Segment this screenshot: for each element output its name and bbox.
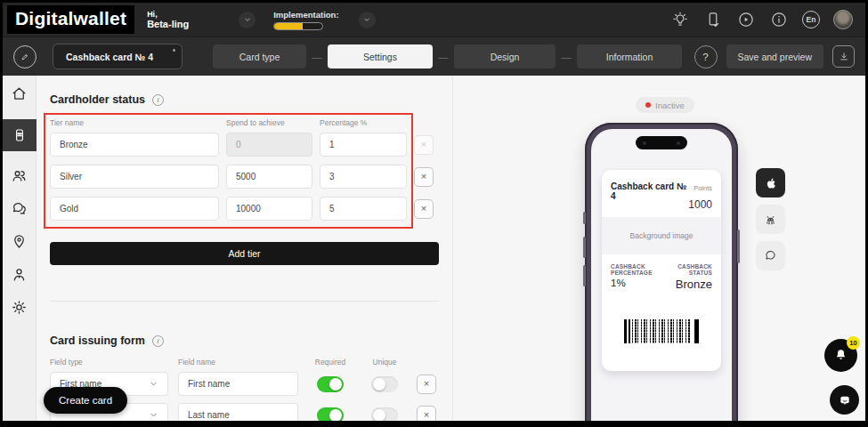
card-issuing-form-title: Card issuing form i xyxy=(50,334,439,347)
platform-chat-button[interactable] xyxy=(756,241,785,270)
remove-tier-button[interactable]: × xyxy=(414,199,434,219)
wallet-card-header: Cashback card № 4 Points 1000 xyxy=(602,170,721,217)
required-toggle[interactable] xyxy=(317,376,344,392)
unique-toggle[interactable] xyxy=(371,407,398,422)
remove-tier-button[interactable]: × xyxy=(414,167,434,187)
tier-name-input[interactable]: Silver xyxy=(50,165,219,189)
implementation-dropdown-button[interactable] xyxy=(359,12,376,28)
tier-row: Silver 5000 3 × xyxy=(50,165,435,189)
save-and-preview-button[interactable]: Save and preview xyxy=(726,44,823,68)
remove-field-button[interactable]: × xyxy=(417,375,436,394)
tips-button[interactable] xyxy=(670,10,690,29)
greeting-hi: Hi, xyxy=(147,10,189,19)
tab-information[interactable]: Information xyxy=(577,44,682,68)
card-toolbar: Cashback card № 4 Card type — Settings —… xyxy=(3,36,865,76)
tier-spend-input: 0* xyxy=(226,133,312,157)
apple-icon xyxy=(764,176,778,190)
field-name-input[interactable]: First name xyxy=(178,372,298,396)
tier-percentage-input[interactable]: 3 xyxy=(320,165,407,189)
users-icon xyxy=(11,167,28,184)
support-chat-button[interactable] xyxy=(830,385,859,415)
topbar: Digitalwallet Hi, Beta-ling Implementati… xyxy=(3,3,865,36)
notifications-button[interactable]: 10 xyxy=(824,339,857,372)
help-button[interactable]: ? xyxy=(694,45,718,68)
points-value: 1000 xyxy=(688,198,712,211)
person-icon xyxy=(11,266,28,283)
toggle-knob xyxy=(373,409,385,422)
field-name-input[interactable]: Last name xyxy=(178,403,298,421)
create-card-button[interactable]: Create card xyxy=(44,387,127,414)
cashback-status-label: CASHBACK STATUS xyxy=(669,263,712,276)
messenger-icon xyxy=(838,393,852,407)
sidebar-item-messages[interactable] xyxy=(11,199,28,217)
device-check-button[interactable] xyxy=(703,10,723,29)
greeting-username: Beta-ling xyxy=(147,19,189,30)
tier-name-input[interactable]: Bronze* xyxy=(50,133,219,157)
home-icon xyxy=(11,85,28,102)
device-check-icon xyxy=(704,11,722,28)
tier-name-input[interactable]: Gold xyxy=(50,197,219,221)
content-area: Cardholder status i Tier name Spend to a… xyxy=(3,76,865,421)
step-separator: — xyxy=(556,52,577,62)
tier-percentage-input[interactable]: 5 xyxy=(320,197,407,221)
tier-percentage-input[interactable]: 1* xyxy=(320,133,407,157)
cashback-percentage-block: CASHBACK PERCENTAGE 1% xyxy=(611,263,669,291)
greeting-dropdown-button[interactable] xyxy=(239,12,256,28)
wallet-card-title: Cashback card № 4 xyxy=(611,177,688,201)
tier-row: Gold 10000 5 × xyxy=(50,197,435,221)
tier-spend-input[interactable]: 10000 xyxy=(226,197,312,221)
platform-android-button[interactable] xyxy=(756,205,785,234)
tier-table-header: Tier name Spend to achieve Percentage % xyxy=(50,118,435,133)
tier-row: Bronze* 0* 1* × xyxy=(50,133,435,157)
phone-power-button xyxy=(737,230,740,263)
tab-card-type[interactable]: Card type xyxy=(213,44,306,68)
remove-field-button[interactable]: × xyxy=(417,406,436,422)
sidebar-item-home[interactable] xyxy=(11,85,28,102)
sidebar-item-locations[interactable] xyxy=(11,232,28,250)
section-title-text: Card issuing form xyxy=(50,334,145,347)
tier-spend-input[interactable]: 5000 xyxy=(226,165,312,189)
cashback-status-block: CASHBACK STATUS Bronze xyxy=(669,263,712,291)
tier-name-value: Gold xyxy=(60,204,78,214)
cashback-percentage-value: 1% xyxy=(611,278,669,288)
location-pin-icon xyxy=(11,233,28,250)
tab-design[interactable]: Design xyxy=(454,44,556,68)
sidebar-item-settings[interactable] xyxy=(11,298,28,316)
info-button[interactable] xyxy=(769,10,789,29)
phone-mockup: Cashback card № 4 Points 1000 Background… xyxy=(585,123,738,421)
phone-screen: Cashback card № 4 Points 1000 Background… xyxy=(591,129,732,421)
user-avatar-button[interactable] xyxy=(833,10,853,29)
col-tier-name: Tier name xyxy=(50,118,219,127)
implementation-progress-fill xyxy=(274,23,302,29)
language-switcher[interactable]: En xyxy=(802,11,820,28)
col-field-name: Field name xyxy=(178,358,298,367)
col-spend: Spend to achieve xyxy=(226,118,312,127)
wallet-card-preview: Cashback card № 4 Points 1000 Background… xyxy=(602,170,721,371)
sidebar-item-cards[interactable] xyxy=(3,119,37,151)
platform-apple-button[interactable] xyxy=(756,168,785,197)
sidebar-item-profile[interactable] xyxy=(11,265,28,283)
section-title-text: Cardholder status xyxy=(50,93,145,106)
add-tier-button[interactable]: Add tier xyxy=(50,242,439,265)
edit-card-name-button[interactable] xyxy=(13,45,37,68)
tier-name-value: Silver xyxy=(60,172,82,181)
card-name-tab[interactable]: Cashback card № 4 xyxy=(53,44,183,69)
toggle-knob xyxy=(373,378,385,391)
tab-settings[interactable]: Settings xyxy=(328,44,433,68)
sidebar-item-customers[interactable] xyxy=(11,166,28,184)
cashback-status-value: Bronze xyxy=(669,278,712,291)
toggle-knob xyxy=(329,409,342,422)
tutorial-video-button[interactable] xyxy=(736,10,756,29)
app-window: Digitalwallet Hi, Beta-ling Implementati… xyxy=(0,0,868,427)
info-tooltip-icon[interactable]: i xyxy=(152,335,164,347)
chevron-down-icon xyxy=(243,15,252,24)
tier-spend-value: 0 xyxy=(236,140,241,149)
status-badge: Inactive xyxy=(636,97,694,113)
bell-icon xyxy=(833,348,848,363)
info-tooltip-icon[interactable]: i xyxy=(152,94,164,106)
cardholder-status-title: Cardholder status i xyxy=(50,93,439,106)
export-button[interactable] xyxy=(832,45,855,68)
unique-toggle[interactable] xyxy=(371,376,398,392)
required-toggle[interactable] xyxy=(317,407,344,422)
user-greeting[interactable]: Hi, Beta-ling xyxy=(147,10,189,30)
